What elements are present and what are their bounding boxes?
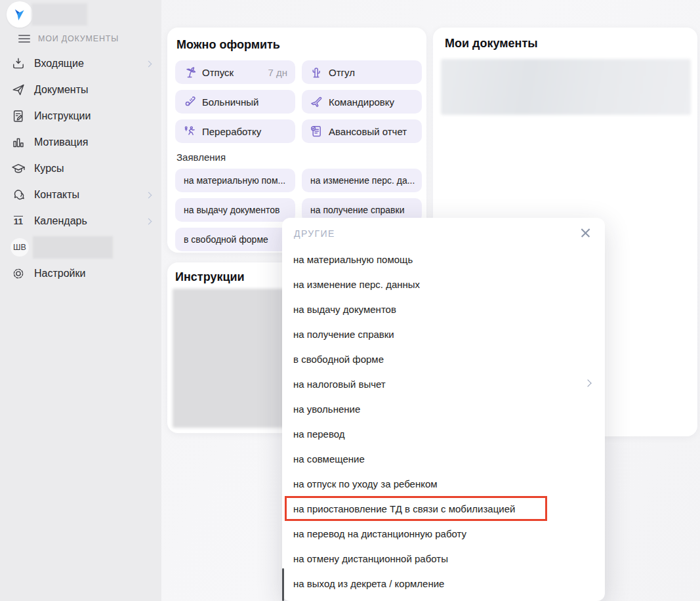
sidebar-item-instructions[interactable]: Инструкции [0, 103, 161, 129]
sidebar-item-documents[interactable]: Документы [0, 77, 161, 103]
card-can-apply-title: Можно оформить [176, 38, 419, 52]
sidebar-item-label: Инструкции [34, 110, 91, 122]
application-free-form[interactable]: в свободной форме [175, 228, 295, 251]
report-icon [310, 125, 323, 138]
popup-item-maternity-return-feeding[interactable]: на выход из декрета / кормление [282, 571, 605, 596]
sidebar-item-courses[interactable]: Курсы [0, 155, 161, 182]
document-edit-icon [10, 108, 26, 124]
chevron-right-icon [146, 218, 152, 224]
chevron-right-icon [146, 60, 152, 67]
card-my-documents-title: Мои документы [445, 37, 686, 51]
quick-action-label: Командировку [329, 96, 394, 108]
popup-item-label: на материальную помощь [293, 254, 413, 265]
airplane-icon [310, 95, 323, 108]
company-name-redacted [31, 3, 87, 26]
application-label: на изменение перс. да... [310, 175, 415, 186]
sidebar-item-settings[interactable]: Настройки [0, 260, 161, 287]
application-label: в свободной форме [184, 234, 268, 245]
popup-list: на материальную помощьна изменение перс.… [282, 243, 605, 596]
avatar: ШВ [10, 238, 29, 257]
scrollbar[interactable] [282, 568, 284, 601]
menu-toggle-icon[interactable] [18, 33, 30, 45]
popup-item-label: на совмещение [293, 453, 365, 465]
other-applications-popup: ДРУГИЕ на материальную помощьна изменени… [282, 218, 605, 601]
popup-item-childcare-leave[interactable]: на отпуск по уходу за ребенком [282, 471, 605, 496]
quick-action-label: Переработку [202, 126, 261, 137]
quick-action-vacation[interactable]: Отпуск7 дн [175, 60, 295, 84]
application-label: на материальную пом... [184, 175, 285, 186]
calendar-icon: 11 [10, 213, 26, 229]
quick-action-business-trip[interactable]: Командировку [302, 90, 422, 114]
popup-item-remote-work-cancellation[interactable]: на отмену дистанционной работы [282, 546, 605, 571]
inbox-icon [10, 56, 26, 72]
popup-item-tax-deduction[interactable]: на налоговый вычет [282, 371, 605, 396]
popup-item-td-suspension-mobilization[interactable]: на приостановление ТД в связи с мобилиза… [282, 496, 605, 521]
popup-item-combination[interactable]: на совмещение [282, 446, 605, 471]
calendar-icon-number: 11 [14, 216, 23, 227]
popup-item-label: в свободной форме [293, 354, 384, 365]
sidebar-item-calendar[interactable]: 11Календарь [0, 208, 161, 234]
app-logo[interactable] [7, 1, 33, 28]
quick-actions: Отпуск7 днОтгулБольничныйКомандировкуПер… [175, 60, 419, 143]
thermometer-icon [183, 95, 196, 108]
close-icon[interactable] [579, 226, 593, 240]
user-name-redacted [33, 236, 113, 259]
popup-item-free-form[interactable]: в свободной форме [282, 346, 605, 371]
cactus-icon [310, 66, 323, 79]
application-material-aid[interactable]: на материальную пом... [175, 169, 295, 192]
application-document-issue[interactable]: на выдачу документов [175, 198, 295, 222]
sidebar-section: МОИ ДОКУМЕНТЫ [18, 33, 119, 45]
quick-action-label: Отгул [329, 67, 355, 78]
gear-icon [10, 266, 26, 281]
quick-action-overtime[interactable]: Переработку [175, 119, 295, 143]
sidebar-item-label: Календарь [34, 215, 87, 227]
popup-item-dismissal[interactable]: на увольнение [282, 396, 605, 421]
popup-item-label: на получение справки [293, 329, 394, 340]
application-personal-data-change[interactable]: на изменение перс. да... [302, 169, 422, 192]
popup-header: ДРУГИЕ [282, 218, 605, 243]
sidebar-item-motivation[interactable]: Мотивация [0, 129, 161, 155]
popup-item-label: на изменение перс. данных [293, 279, 420, 290]
popup-title: ДРУГИЕ [294, 228, 335, 239]
quick-action-day-off[interactable]: Отгул [302, 60, 422, 84]
sidebar-menu: ВходящиеДокументыИнструкцииМотивацияКурс… [0, 51, 161, 287]
sidebar-item-label: Документы [34, 84, 88, 96]
application-label: на получение справки [310, 205, 404, 215]
popup-item-label: на перевод на дистанционную работу [293, 528, 466, 539]
popup-item-personal-data-change[interactable]: на изменение перс. данных [282, 272, 605, 297]
popup-item-remote-work-transfer[interactable]: на перевод на дистанционную работу [282, 521, 605, 546]
quick-action-sick-leave[interactable]: Больничный [175, 90, 295, 114]
popup-item-certificate-request[interactable]: на получение справки [282, 321, 605, 346]
popup-item-material-aid[interactable]: на материальную помощь [282, 247, 605, 272]
chat-icon [10, 187, 26, 203]
palm-icon [183, 66, 196, 79]
quick-action-badge: 7 дн [268, 67, 287, 78]
popup-item-label: на выход из декрета / кормление [293, 578, 444, 589]
application-label: на выдачу документов [184, 205, 279, 215]
chevron-right-icon [146, 192, 152, 198]
quick-action-label: Отпуск [202, 67, 234, 78]
sidebar: МОИ ДОКУМЕНТЫ ВходящиеДокументыИнструкци… [0, 0, 161, 601]
paper-plane-icon [10, 82, 26, 98]
sidebar-item-label: Контакты [34, 189, 79, 201]
applications-label: Заявления [176, 152, 419, 163]
popup-item-label: на отпуск по уходу за ребенком [293, 478, 438, 489]
sidebar-section-label: МОИ ДОКУМЕНТЫ [38, 34, 119, 43]
bird-logo [12, 7, 28, 22]
sidebar-user-row[interactable]: ШВ [0, 234, 161, 260]
sidebar-item-contacts[interactable]: Контакты [0, 182, 161, 208]
sidebar-item-label: Входящие [34, 58, 84, 70]
sidebar-item-label: Мотивация [34, 136, 88, 148]
quick-action-advance-report[interactable]: Авансовый отчет [302, 119, 422, 143]
quick-action-label: Авансовый отчет [329, 126, 407, 137]
popup-item-transfer[interactable]: на перевод [282, 421, 605, 446]
quick-action-label: Больничный [202, 96, 258, 108]
sidebar-item-label: Настройки [34, 268, 85, 280]
popup-item-label: на перевод [293, 428, 345, 440]
popup-item-label: на налоговый вычет [293, 379, 386, 390]
popup-item-label: на увольнение [293, 404, 360, 415]
documents-content-redacted [441, 59, 691, 115]
sidebar-item-inbox[interactable]: Входящие [0, 51, 161, 77]
popup-item-label: на отмену дистанционной работы [293, 553, 448, 564]
popup-item-document-issue[interactable]: на выдачу документов [282, 297, 605, 321]
